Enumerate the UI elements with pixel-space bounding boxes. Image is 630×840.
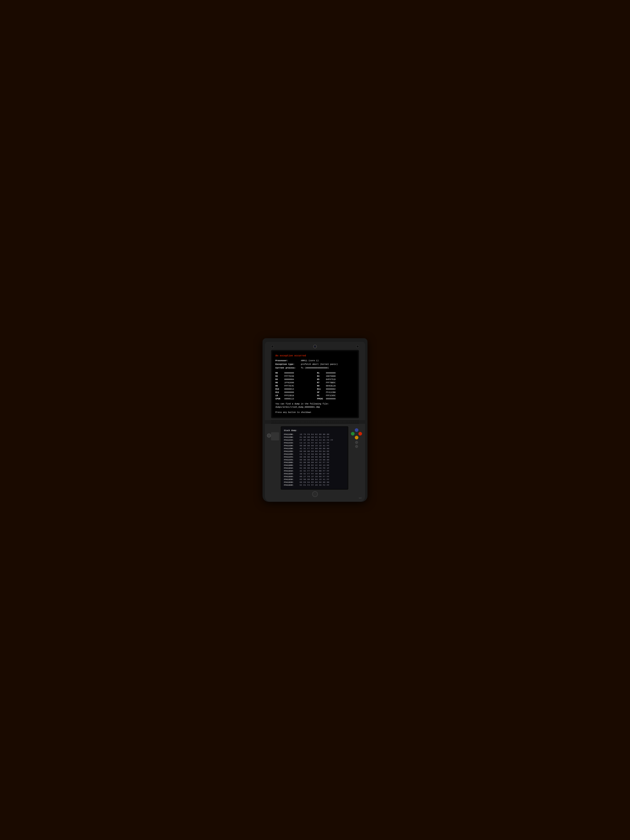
stack-row: FF411CD0:00 00 00 00 18 1D 41 FF (284, 445, 345, 447)
reg-name: R4 (275, 378, 283, 381)
dump-info: You can find a dump in the following fil… (275, 403, 355, 409)
right-speaker-dot (356, 345, 359, 348)
mic-label: MIC (359, 497, 362, 499)
register-row: R2FFF75C68 (275, 375, 313, 378)
upper-screen: An exception occurred Processor: ARM11 (… (272, 351, 358, 417)
reg-value: 00000000 (326, 371, 336, 374)
reg-name: R3 (317, 375, 325, 378)
reg-name: FPEXC (317, 397, 325, 400)
stack-bytes: 00 00 00 00 80 E0 D4 EE (300, 450, 329, 453)
register-row: R32007D800 (317, 375, 355, 378)
stack-address: FF411D18: (284, 470, 298, 473)
register-row: R100000000 (317, 371, 355, 374)
stack-row: FF411D10:02 00 00 00 80 26 F8 1F (284, 467, 345, 470)
reg-name: R7 (317, 381, 325, 384)
stack-address: FF411CE8: (284, 453, 298, 456)
stack-row: FF411CF8:00 00 00 00 00 10 00 00 (284, 459, 345, 462)
stack-address: FF411D28: (284, 475, 298, 478)
home-button[interactable] (312, 491, 318, 497)
nintendo-3ds-console: An exception occurred Processor: ARM11 (… (262, 338, 368, 502)
stack-bytes: 1D 75 F6 04 02 00 00 00 (300, 433, 329, 436)
register-row: R504F6751D (317, 378, 355, 381)
stack-address: FF411D38: (284, 481, 298, 484)
start-button[interactable] (355, 441, 358, 444)
stack-row: FF411D18:4C 5C F7 FF 5C BB F7 FF (284, 470, 345, 473)
reg-name: R6 (275, 381, 283, 384)
b-button[interactable] (355, 436, 358, 439)
stack-title: Stack dump: (284, 429, 345, 432)
reg-value: 1FF82690 (284, 381, 294, 384)
hinge-line (271, 422, 359, 422)
reg-name: R9 (317, 384, 325, 387)
reg-value: A0000113 (284, 397, 294, 400)
reg-name: R1 (317, 371, 325, 374)
stack-address: FF411CB0: (284, 433, 298, 436)
a-button[interactable] (358, 432, 362, 436)
stack-bytes: C4 1C 41 FF 4C 5C F7 FF (300, 442, 329, 445)
process-row: Current process: fs (00000000000000000) (275, 366, 355, 370)
stack-address: FF411D08: (284, 464, 298, 467)
stack-bytes: 02 00 00 00 80 26 F8 1F (300, 467, 329, 470)
stack-row: FF411CC8:C4 1C 41 FF 4C 5C F7 FF (284, 442, 345, 445)
stack-row: FF411CD8:4C 5C F7 FF 00 00 00 00 (284, 447, 345, 450)
stack-address: FF411D30: (284, 478, 298, 481)
reg-value: FFF75C68 (284, 375, 294, 378)
stack-row: FF411CE8:C0 73 1D 08 06 00 00 00 (284, 453, 345, 456)
left-analog-nub[interactable] (267, 434, 271, 437)
stack-row: FF411D40:5C E1 F2 FF 20 36 F2 FF (284, 484, 345, 487)
stack-bytes: 30 5C F7 FF 40 BB F7 FF (300, 473, 329, 475)
register-row: CPSRA0000113 (275, 397, 313, 400)
stack-bytes: FF 6F 00 00 A4 24 85 F9 FF (300, 439, 333, 442)
bottom-row (267, 489, 363, 498)
reg-value: 00000004 (284, 378, 294, 381)
left-controls (267, 426, 279, 441)
register-row: R400000004 (275, 378, 313, 381)
register-row: R000000000 (275, 371, 313, 374)
select-button[interactable] (355, 445, 358, 448)
d-pad[interactable] (271, 432, 279, 441)
upper-screen-bezel: An exception occurred Processor: ARM11 (… (271, 350, 359, 418)
stack-row: FF411D00:01 00 00 00 4C 5C F7 FF (284, 461, 345, 464)
stack-address: FF411D10: (284, 467, 298, 470)
stack-row: FF411CC0:FF 6F 00 00 A4 24 85 F9 FF (284, 439, 345, 442)
reg-value: 084CB128 (326, 384, 336, 387)
register-row: PCFFF1C85C (317, 394, 355, 397)
reg-name: R10 (275, 388, 283, 391)
reg-name: SP (317, 391, 325, 394)
y-button[interactable] (351, 432, 355, 436)
abxy-buttons (351, 428, 362, 439)
stack-bytes: 5C E1 F2 FF 20 36 F2 FF (300, 484, 329, 487)
process-value: fs (00000000000000000) (301, 366, 329, 370)
stack-bytes: 00 00 00 00 18 1D 41 FF (300, 445, 329, 447)
reg-name: R0 (275, 371, 283, 374)
stack-address: FF411D40: (284, 484, 298, 487)
process-label: Current process: (275, 366, 300, 370)
reg-value: 00000014 (284, 388, 294, 391)
exception-row: Exception type: prefetch abort (kernel p… (275, 363, 355, 366)
reg-value: FFF23D18 (284, 394, 294, 397)
top-decorations (267, 345, 363, 348)
reg-value: FF411CB0 (326, 391, 336, 394)
register-row: R61FF82690 (275, 381, 313, 384)
reg-name: CPSR (275, 397, 283, 400)
reg-value: FFF7BB5C (326, 381, 336, 384)
lower-screen-bezel: Stack dump: FF411CB0:1D 75 F6 04 02 00 0… (281, 426, 348, 489)
register-row: LRFFF23D18 (275, 394, 313, 397)
stack-address: FF411CF8: (284, 459, 298, 462)
stack-row: FF411CE0:00 00 00 00 80 E0 D4 EE (284, 450, 345, 453)
register-row: R1100000002 (317, 388, 355, 391)
register-row: R9084CB128 (317, 384, 355, 387)
stack-row: FF411D38:80 E0 D4 EE 00 00 00 00 (284, 481, 345, 484)
exception-label: Exception type: (275, 363, 300, 366)
stack-address: FF411CE0: (284, 450, 298, 453)
press-shutdown-text: Press any button to shutdown (275, 411, 355, 414)
reg-name: PC (317, 394, 325, 397)
stack-address: FF411CD8: (284, 447, 298, 450)
stack-bytes: 80 27 F8 1F 20 D0 F7 FF (300, 475, 329, 478)
stack-address: FF411D00: (284, 461, 298, 464)
reg-value: 2007D800 (326, 375, 336, 378)
reg-value: 00000000 (284, 371, 294, 374)
x-button[interactable] (355, 428, 358, 432)
stack-row: FF411CB0:1D 75 F6 04 02 00 00 00 (284, 433, 345, 436)
register-row: SPFF411CB0 (317, 391, 355, 394)
